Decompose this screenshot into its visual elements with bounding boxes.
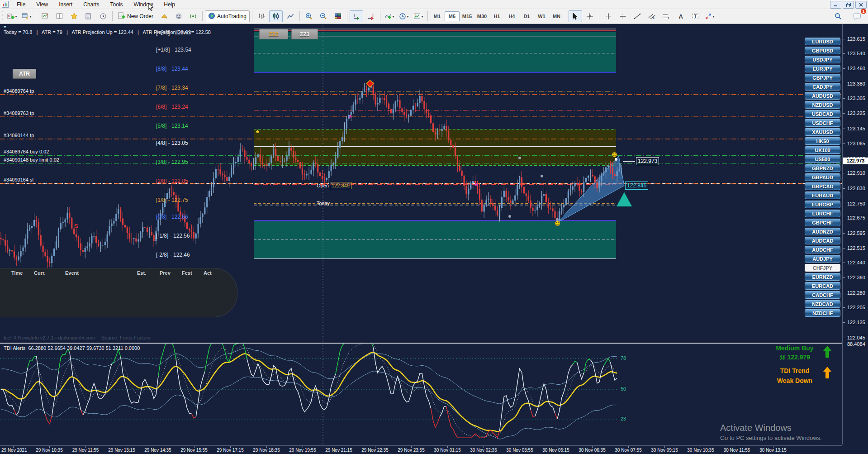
symbol-button-gbpcad[interactable]: GBPCAD — [805, 182, 840, 190]
symbol-button-gbpaud[interactable]: GBPAUD — [805, 173, 840, 181]
arrows-icon[interactable]: ▾ — [703, 10, 716, 22]
symbol-button-nzdusd[interactable]: NZDUSD — [805, 101, 840, 109]
order-line-label[interactable]: #34089764 tp — [4, 88, 34, 94]
restore-button[interactable] — [843, 1, 854, 9]
navigator-icon[interactable] — [67, 10, 81, 22]
symbol-button-eurchf[interactable]: EURCHF — [805, 210, 840, 217]
search-icon[interactable] — [831, 10, 845, 22]
new-order-button[interactable]: New Order — [115, 10, 157, 22]
zigzag-button-zz3[interactable]: ZZ3 — [291, 29, 318, 39]
symbol-button-nzdchf[interactable]: NZDCHF — [805, 309, 840, 317]
trendline-icon[interactable] — [631, 10, 644, 22]
order-line-label[interactable]: #34089764 buy 0.02 — [4, 149, 49, 154]
menu-item-charts[interactable]: Charts — [78, 1, 104, 8]
symbol-button-eurjpy[interactable]: EURJPY — [805, 65, 840, 72]
symbol-button-eurusd[interactable]: EURUSD — [805, 38, 840, 45]
symbol-button-eurcad[interactable]: EURCAD — [805, 282, 840, 290]
symbol-button-euraud[interactable]: EURAUD — [805, 191, 840, 199]
auto-scroll-icon[interactable] — [350, 10, 363, 22]
symbol-button-usdchf[interactable]: USDCHF — [805, 119, 840, 127]
symbol-button-cadchf[interactable]: CADCHF — [805, 291, 840, 299]
autotrading-button[interactable]: AutoTrading — [205, 10, 250, 22]
vertical-line-icon[interactable] — [602, 10, 615, 22]
menu-item-tools[interactable]: Tools — [105, 1, 128, 8]
symbol-button-gbpnzd[interactable]: GBPNZD — [805, 164, 840, 172]
tile-windows-icon[interactable] — [331, 10, 345, 22]
symbol-button-cadjpy[interactable]: CADJPY — [805, 83, 840, 91]
symbol-button-gbpchf[interactable]: GBPCHF — [805, 219, 840, 226]
symbol-button-eurnzd[interactable]: EURNZD — [805, 273, 840, 281]
menu-item-file[interactable]: File — [11, 1, 31, 8]
zoom-out-icon[interactable] — [317, 10, 330, 22]
order-line-label[interactable]: #34090164 sl — [4, 177, 33, 182]
timeframe-button-h1[interactable]: H1 — [489, 11, 504, 21]
bar-chart-icon[interactable] — [255, 10, 268, 22]
symbol-button-usdcad[interactable]: USDCAD — [805, 110, 840, 118]
symbol-button-usdjpy[interactable]: USDJPY — [805, 56, 840, 63]
menu-item-help[interactable]: Help — [158, 1, 180, 8]
menu-item-window[interactable]: Window — [128, 1, 159, 8]
menu-item-insert[interactable]: Insert — [53, 1, 78, 8]
symbol-button-uk100[interactable]: UK100 — [805, 146, 840, 154]
new-chart-icon[interactable]: ▾ — [5, 10, 19, 22]
symbol-button-us500[interactable]: US500 — [805, 155, 840, 163]
timeframe-button-m15[interactable]: M15 — [460, 11, 474, 21]
timeframe-button-h4[interactable]: H4 — [504, 11, 519, 21]
symbol-button-chfjpy[interactable]: CHFJPY — [805, 264, 840, 272]
line-chart-icon[interactable] — [284, 10, 297, 22]
order-line-label[interactable]: #34090144 tp — [4, 133, 34, 138]
timeframe-button-m30[interactable]: M30 — [474, 11, 489, 21]
minimize-button[interactable] — [830, 1, 841, 9]
order-line-label[interactable]: #34089763 tp — [4, 110, 34, 116]
text-label-icon[interactable]: T — [688, 10, 702, 22]
metaquotes-community-icon[interactable] — [186, 10, 200, 22]
text-icon[interactable]: A — [674, 10, 688, 22]
timeframe-button-w1[interactable]: W1 — [534, 11, 549, 21]
symbol-button-nzdcad[interactable]: NZDCAD — [805, 300, 840, 308]
panel-divider-top[interactable] — [0, 342, 842, 342]
expert-hat-icon[interactable] — [157, 10, 171, 22]
symbol-button-eurgbp[interactable]: EURGBP — [805, 201, 840, 208]
order-line-label[interactable]: #34090148 buy limit 0.02 — [4, 157, 59, 162]
symbol-button-audusd[interactable]: AUDUSD — [805, 92, 840, 100]
close-button[interactable] — [855, 1, 867, 9]
zigzag-button-zz2[interactable]: ZZ2 — [259, 29, 288, 39]
timeframe-button-mn[interactable]: MN — [549, 11, 564, 21]
chart-shift-icon[interactable] — [364, 10, 378, 22]
templates-icon[interactable]: ▾ — [412, 10, 425, 22]
fibonacci-icon[interactable]: F — [659, 10, 673, 22]
strategy-tester-icon[interactable] — [96, 10, 110, 22]
timeframe-button-m1[interactable]: M1 — [430, 11, 445, 21]
market-watch-icon[interactable] — [38, 10, 52, 22]
timeframe-button-d1[interactable]: D1 — [519, 11, 534, 21]
symbol-button-gbpjpy[interactable]: GBPJPY — [805, 74, 840, 81]
indicators-icon[interactable]: ▾ — [383, 10, 396, 22]
menu-item-view[interactable]: View — [31, 1, 53, 8]
symbol-button-xauusd[interactable]: XAUUSD — [805, 128, 840, 136]
chart-profiles-icon[interactable]: ▾ — [20, 10, 33, 22]
periods-icon[interactable]: ▾ — [397, 10, 411, 22]
data-window-icon[interactable] — [53, 10, 66, 22]
cursor-icon[interactable] — [569, 10, 582, 22]
community-chat-icon[interactable]: 1 — [850, 10, 864, 22]
terminal-icon[interactable] — [82, 10, 95, 22]
crosshair-icon[interactable] — [583, 10, 597, 22]
symbol-button-audchf[interactable]: AUDCHF — [805, 246, 840, 253]
zoom-in-icon[interactable] — [302, 10, 316, 22]
price-scale[interactable]: 123.615123.540123.460123.380123.305123.2… — [842, 24, 868, 444]
panel-divider[interactable] — [0, 343, 842, 344]
indicator-dropdown-icon[interactable] — [3, 26, 7, 28]
symbol-button-hk50[interactable]: HK50 — [805, 137, 840, 145]
horizontal-line-icon[interactable] — [616, 10, 630, 22]
time-axis[interactable]: 29 Nov 202129 Nov 10:3529 Nov 11:5529 No… — [0, 445, 842, 454]
symbol-button-audjpy[interactable]: AUDJPY — [805, 255, 840, 263]
timeframe-button-m5[interactable]: M5 — [445, 11, 460, 21]
candlestick-chart-icon[interactable] — [269, 10, 283, 22]
price-scale-value: 122.595 — [847, 230, 865, 236]
symbol-button-gbpusd[interactable]: GBPUSD — [805, 47, 840, 54]
symbol-button-audcad[interactable]: AUDCAD — [805, 237, 840, 244]
atr-button[interactable]: ATR — [13, 69, 36, 79]
equidistant-channel-icon[interactable]: E — [645, 10, 659, 22]
symbol-button-audnzd[interactable]: AUDNZD — [805, 228, 840, 235]
expert-advisor-icon[interactable] — [172, 10, 185, 22]
